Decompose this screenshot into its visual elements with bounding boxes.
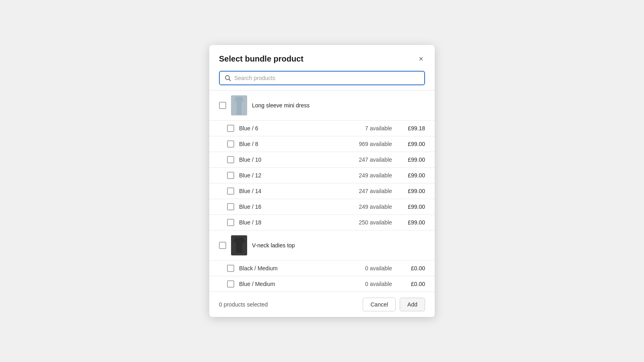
- variant-row: Blue / 67 available£99.18: [209, 121, 435, 136]
- variant-row: Blue / 14247 available£99.00: [209, 183, 435, 199]
- variant-row: Blue / 10247 available£99.00: [209, 152, 435, 168]
- variant-availability: 969 available: [348, 141, 392, 147]
- svg-line-1: [229, 79, 231, 81]
- variant-checkbox[interactable]: [227, 140, 234, 148]
- variant-availability: 0 available: [348, 265, 392, 272]
- variant-checkbox[interactable]: [227, 280, 234, 288]
- variant-name: Blue / Medium: [239, 281, 343, 287]
- modal-header: Select bundle product ×: [209, 45, 435, 71]
- search-input[interactable]: [234, 75, 419, 81]
- variant-row: Blue / 16249 available£99.00: [209, 199, 435, 215]
- search-icon: [225, 75, 231, 81]
- cancel-button[interactable]: Cancel: [363, 298, 396, 311]
- variant-price: £0.00: [397, 265, 425, 272]
- variant-name: Blue / 6: [239, 125, 343, 132]
- variant-availability: 247 available: [348, 188, 392, 194]
- variant-row: Blue / 18250 available£99.00: [209, 215, 435, 230]
- variant-checkbox[interactable]: [227, 156, 234, 163]
- variant-checkbox[interactable]: [227, 219, 234, 226]
- variant-availability: 7 available: [348, 125, 392, 132]
- search-input-wrapper: [219, 71, 425, 85]
- variant-name: Black / Medium: [239, 265, 343, 272]
- search-container: [209, 71, 435, 90]
- footer-buttons: Cancel Add: [363, 298, 425, 311]
- variant-checkbox[interactable]: [227, 125, 234, 132]
- variant-checkbox[interactable]: [227, 172, 234, 179]
- variant-name: Blue / 10: [239, 156, 343, 163]
- product-name: V-neck ladies top: [252, 242, 425, 249]
- modal-title: Select bundle product: [219, 54, 303, 64]
- product-header-row: V-neck ladies top: [209, 230, 435, 261]
- variant-price: £99.00: [397, 172, 425, 179]
- product-thumbnail: [231, 95, 247, 115]
- variant-price: £0.00: [397, 281, 425, 287]
- variant-availability: 249 available: [348, 172, 392, 179]
- variant-row: Blue / Medium0 available£0.00: [209, 276, 435, 292]
- modal: Select bundle product × Long sleeve: [209, 45, 435, 317]
- close-button[interactable]: ×: [417, 53, 425, 64]
- variant-row: Blue / 12249 available£99.00: [209, 168, 435, 183]
- variant-checkbox[interactable]: [227, 265, 234, 272]
- variant-price: £99.00: [397, 204, 425, 210]
- variant-checkbox[interactable]: [227, 203, 234, 210]
- add-button[interactable]: Add: [400, 298, 425, 311]
- variant-price: £99.00: [397, 188, 425, 194]
- variant-row: Blue / 8969 available£99.00: [209, 136, 435, 152]
- variant-name: Blue / 16: [239, 204, 343, 210]
- variant-checkbox[interactable]: [227, 187, 234, 195]
- product-list: Long sleeve mini dressBlue / 67 availabl…: [209, 90, 435, 292]
- variant-price: £99.00: [397, 141, 425, 147]
- product-name: Long sleeve mini dress: [252, 102, 425, 109]
- variant-availability: 247 available: [348, 156, 392, 163]
- variant-name: Blue / 8: [239, 141, 343, 147]
- variant-name: Blue / 18: [239, 219, 343, 226]
- variant-price: £99.00: [397, 156, 425, 163]
- modal-footer: 0 products selected Cancel Add: [209, 292, 435, 317]
- variant-name: Blue / 14: [239, 188, 343, 194]
- product-checkbox[interactable]: [219, 242, 226, 249]
- product-thumbnail: [231, 235, 247, 255]
- product-header-row: Long sleeve mini dress: [209, 90, 435, 121]
- variant-availability: 249 available: [348, 204, 392, 210]
- variant-availability: 250 available: [348, 219, 392, 226]
- variant-row: Black / Medium0 available£0.00: [209, 261, 435, 276]
- variant-price: £99.18: [397, 125, 425, 132]
- product-checkbox[interactable]: [219, 102, 226, 109]
- variant-price: £99.00: [397, 219, 425, 226]
- variant-availability: 0 available: [348, 281, 392, 287]
- variant-name: Blue / 12: [239, 172, 343, 179]
- selected-count: 0 products selected: [219, 301, 268, 308]
- modal-overlay: Select bundle product × Long sleeve: [0, 0, 644, 362]
